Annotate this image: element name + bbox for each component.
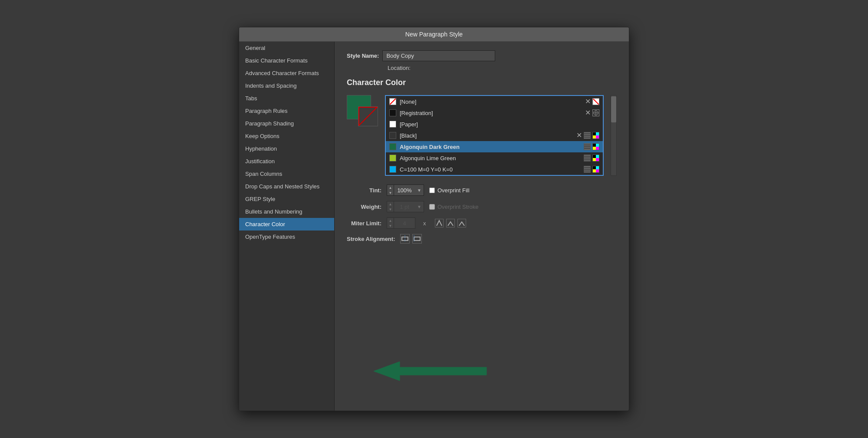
tint-row: Tint: ▲ ▼ 100% ▼ Overprint Fill — [347, 184, 617, 196]
sidebar-item-general[interactable]: General — [239, 42, 334, 54]
miter-x-label: x — [423, 220, 426, 227]
sidebar-item-hyphenation[interactable]: Hyphenation — [239, 142, 334, 155]
color-name-paper: [Paper] — [400, 121, 596, 128]
weight-down-arrow[interactable]: ▼ — [387, 207, 394, 212]
overprint-fill-row: Overprint Fill — [429, 187, 470, 194]
color-name-black: [Black] — [400, 132, 573, 139]
color-list-container: [None] ✕ [Registration] — [385, 95, 604, 176]
sidebar-item-drop-caps[interactable]: Drop Caps and Nested Styles — [239, 180, 334, 193]
style-name-label: Style Name: — [347, 53, 379, 59]
color-icons-algonquin-dark-green — [584, 143, 599, 150]
weight-up-arrow[interactable]: ▲ — [387, 201, 394, 207]
overprint-fill-checkbox[interactable] — [429, 188, 435, 193]
main-content: Style Name: Location: Character Color — [335, 42, 629, 411]
tint-spinner-arrows[interactable]: ▲ ▼ — [387, 185, 394, 195]
color-icons-black: ✕ — [576, 132, 599, 139]
stroke-align-center[interactable] — [400, 234, 410, 244]
color-row-cyan[interactable]: C=100 M=0 Y=0 K=0 — [386, 164, 603, 175]
color-name-algonquin-dark-green: Algonquin Dark Green — [400, 144, 580, 150]
arrow-svg — [374, 359, 495, 383]
sidebar-item-span-columns[interactable]: Span Columns — [239, 168, 334, 180]
miter-spinner[interactable]: ▲ ▼ 4 — [387, 217, 415, 229]
reg-mark-icon — [592, 109, 599, 116]
scrollbar-thumb — [611, 96, 616, 122]
color-name-none: [None] — [400, 99, 582, 105]
sidebar-item-advanced-char[interactable]: Advanced Character Formats — [239, 67, 334, 79]
new-paragraph-style-dialog: New Paragraph Style General Basic Charac… — [239, 27, 629, 411]
color-name-registration: [Registration] — [400, 110, 582, 116]
cross-icon-black: ✕ — [576, 132, 582, 139]
stroke-none-icon — [592, 98, 599, 105]
sidebar-item-bullets[interactable]: Bullets and Numbering — [239, 205, 334, 218]
tint-dropdown-arrow[interactable]: ▼ — [415, 188, 424, 193]
cross-icon-reg: ✕ — [585, 109, 591, 116]
grid-icon-cyan — [584, 166, 591, 173]
algonquin-lime-green-swatch — [389, 155, 396, 161]
stroke-alignment-label: Stroke Alignment: — [347, 236, 395, 242]
color-row-registration[interactable]: [Registration] ✕ — [386, 107, 603, 119]
sidebar-item-basic-char[interactable]: Basic Character Formats — [239, 54, 334, 67]
overprint-stroke-label: Overprint Stroke — [437, 204, 479, 210]
style-name-input[interactable] — [382, 50, 495, 61]
tint-spinner[interactable]: ▲ ▼ 100% ▼ — [387, 184, 424, 196]
color-panel: [None] ✕ [Registration] — [347, 95, 617, 176]
location-label: Location: — [388, 65, 411, 71]
grid-icon-lime-green — [584, 155, 591, 161]
arrow-annotation — [374, 359, 495, 385]
none-swatch — [389, 98, 396, 105]
miter-up-arrow[interactable]: ▲ — [387, 218, 394, 223]
color-list: [None] ✕ [Registration] — [386, 96, 603, 175]
weight-value: 1 pt — [394, 202, 415, 212]
sidebar-item-char-color[interactable]: Character Color — [239, 218, 334, 231]
stroke-align-inside[interactable] — [412, 234, 422, 244]
color-list-scrollbar[interactable] — [611, 95, 617, 176]
color-name-algonquin-lime-green: Algonquin Lime Green — [400, 155, 580, 161]
miter-icon-3[interactable] — [457, 219, 466, 227]
color-row-algonquin-lime-green[interactable]: Algonquin Lime Green — [386, 152, 603, 164]
color-icons-none: ✕ — [585, 98, 599, 105]
cross-icon-none: ✕ — [585, 98, 591, 105]
algonquin-dark-green-swatch — [389, 143, 396, 150]
svg-marker-9 — [374, 362, 487, 381]
sidebar-item-tabs[interactable]: Tabs — [239, 92, 334, 105]
tint-value: 100% — [394, 185, 415, 195]
miter-limit-row: Miter Limit: ▲ ▼ 4 x — [347, 217, 617, 229]
dialog-title: New Paragraph Style — [239, 27, 629, 42]
grid-icon-black — [584, 132, 591, 139]
cmyk-icon-lime-green — [592, 155, 599, 161]
sidebar: General Basic Character Formats Advanced… — [239, 42, 335, 411]
miter-icon-2[interactable] — [446, 219, 455, 227]
sidebar-item-para-shading[interactable]: Paragraph Shading — [239, 117, 334, 130]
sidebar-item-para-rules[interactable]: Paragraph Rules — [239, 105, 334, 117]
svg-line-0 — [593, 99, 599, 105]
color-row-paper[interactable]: [Paper] — [386, 119, 603, 130]
stroke-alignment-row: Stroke Alignment: — [347, 234, 617, 244]
overprint-stroke-checkbox[interactable] — [429, 204, 435, 210]
weight-spinner-arrows[interactable]: ▲ ▼ — [387, 201, 394, 212]
miter-spinner-arrows[interactable]: ▲ ▼ — [387, 218, 394, 228]
weight-dropdown-arrow[interactable]: ▼ — [415, 204, 424, 209]
sidebar-item-indents[interactable]: Indents and Spacing — [239, 79, 334, 92]
location-row: Location: — [347, 65, 617, 71]
tint-down-arrow[interactable]: ▼ — [387, 190, 394, 195]
miter-down-arrow[interactable]: ▼ — [387, 223, 394, 228]
color-icons-cyan — [584, 166, 599, 173]
sidebar-item-opentype[interactable]: OpenType Features — [239, 231, 334, 243]
tint-up-arrow[interactable]: ▲ — [387, 185, 394, 190]
grid-icon-algonquin-dark-green — [584, 143, 591, 150]
sidebar-item-justification[interactable]: Justification — [239, 155, 334, 168]
weight-spinner[interactable]: ▲ ▼ 1 pt ▼ — [387, 201, 424, 212]
sidebar-item-keep-options[interactable]: Keep Options — [239, 130, 334, 142]
reg-swatch — [389, 109, 396, 116]
color-row-none[interactable]: [None] ✕ — [386, 96, 603, 107]
cmyk-icon-algonquin-dark-green — [592, 143, 599, 150]
sidebar-item-grep[interactable]: GREP Style — [239, 193, 334, 205]
paper-swatch — [389, 121, 396, 128]
svg-rect-7 — [414, 237, 420, 240]
stroke-align-icons — [400, 234, 422, 244]
color-row-black[interactable]: [Black] ✕ — [386, 130, 603, 141]
stroke-preview[interactable] — [358, 106, 378, 126]
miter-icon-1[interactable] — [435, 219, 444, 227]
color-row-algonquin-dark-green[interactable]: Algonquin Dark Green — [386, 141, 603, 152]
weight-label: Weight: — [347, 204, 381, 210]
